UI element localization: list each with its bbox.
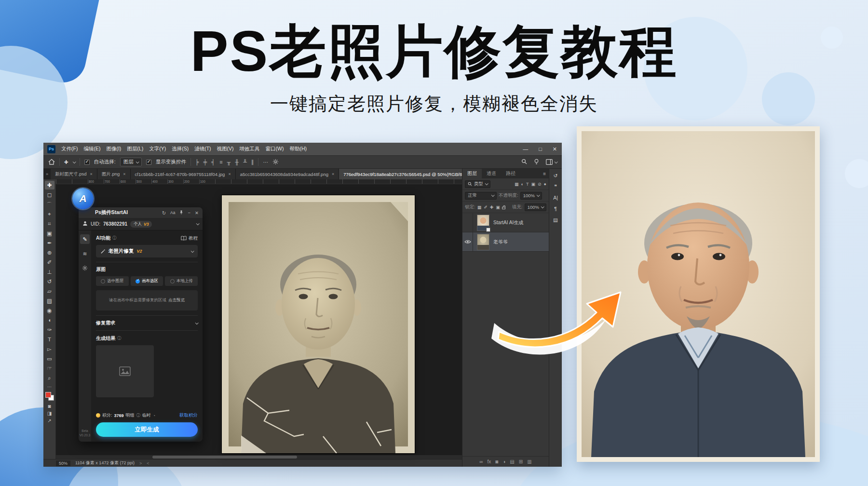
sidebar-edit-icon[interactable]: ✎ bbox=[80, 234, 90, 244]
menu-item[interactable]: 编辑(E) bbox=[83, 146, 100, 152]
discover-lightbulb-icon[interactable] bbox=[534, 159, 539, 166]
panel-tab[interactable]: 图层 bbox=[462, 169, 482, 178]
lock-all-icon[interactable] bbox=[502, 207, 505, 209]
foreground-color-swatch[interactable] bbox=[45, 392, 51, 398]
panel-tab[interactable]: 路径 bbox=[501, 169, 520, 178]
tool-button[interactable]: ✐ bbox=[45, 258, 54, 267]
tool-button[interactable]: ⌗ bbox=[45, 219, 54, 228]
toolbar-bottom-icon[interactable]: ◙ bbox=[48, 404, 51, 409]
tool-button[interactable]: ▨ bbox=[45, 297, 54, 305]
minimize-icon[interactable]: − bbox=[188, 210, 190, 216]
tool-button[interactable]: ▻ bbox=[45, 345, 54, 353]
pin-icon[interactable] bbox=[179, 210, 183, 216]
document-tab[interactable]: cf1c5b6b-218f-4c67-870b-969755118f04.jpg… bbox=[131, 169, 236, 179]
account-row[interactable]: UID: 763802291 个人 V3 bbox=[79, 218, 203, 230]
layer-thumbnail[interactable] bbox=[477, 215, 489, 231]
generate-button[interactable]: 立即生成 bbox=[96, 422, 198, 437]
tab-overflow-left-icon[interactable]: » bbox=[43, 169, 51, 179]
document-tab[interactable]: 776edf943ec9f18a8eab27c376c56545.psd @ 5… bbox=[339, 169, 462, 179]
collapsed-panel-icon[interactable]: ▤ bbox=[553, 217, 558, 223]
zoom-level[interactable]: 50% bbox=[56, 460, 70, 466]
menu-item[interactable]: 视图(V) bbox=[217, 146, 234, 152]
panel-menu-icon[interactable]: ≡ bbox=[543, 169, 549, 178]
tool-button[interactable]: ⊥ bbox=[45, 268, 54, 276]
font-size-icon[interactable]: Aa bbox=[170, 210, 175, 215]
filter-kind-icon[interactable]: ▦ bbox=[515, 182, 519, 187]
info-icon[interactable]: ⓘ bbox=[117, 336, 122, 341]
feature-dropdown[interactable]: 老照片修复 V2 bbox=[96, 245, 198, 257]
lock-option-icon[interactable]: ✐ bbox=[484, 205, 488, 210]
visibility-toggle[interactable] bbox=[462, 232, 473, 251]
tool-button[interactable]: T bbox=[45, 335, 54, 344]
filter-kind-icon[interactable]: ◐ bbox=[521, 182, 524, 187]
filter-kind-icon[interactable]: ⊘ bbox=[538, 182, 542, 187]
align-icon[interactable]: ≡ bbox=[219, 159, 222, 165]
toolbar-bottom-icon[interactable]: ↗ bbox=[47, 418, 51, 423]
layer-name[interactable]: StartAI AI生成 bbox=[493, 219, 523, 226]
tab-overflow-right-icon[interactable]: » bbox=[455, 169, 462, 179]
menu-item[interactable]: 文字(Y) bbox=[149, 146, 166, 152]
tool-button[interactable]: ◉ bbox=[45, 306, 54, 315]
tab-close-icon[interactable]: × bbox=[90, 172, 93, 176]
get-credits-link[interactable]: 获取积分 bbox=[179, 412, 198, 418]
tutorial-link[interactable]: 教程 bbox=[181, 235, 198, 242]
tab-close-icon[interactable]: × bbox=[228, 172, 231, 176]
menu-item[interactable]: 滤镜(T) bbox=[194, 146, 211, 152]
home-icon[interactable] bbox=[48, 159, 55, 166]
collapsed-panel-icon[interactable]: ❞ bbox=[554, 184, 557, 189]
align-icon[interactable]: ╨ bbox=[243, 159, 247, 165]
scrollbar-thumb[interactable] bbox=[152, 456, 297, 459]
layers-action-icon[interactable]: ◙ bbox=[495, 459, 498, 464]
menu-item[interactable]: 帮助(H) bbox=[290, 146, 307, 152]
layers-action-icon[interactable]: ▥ bbox=[527, 459, 531, 464]
more-tools-icon[interactable]: ··· bbox=[47, 384, 52, 389]
layers-action-icon[interactable]: ▤ bbox=[510, 459, 514, 464]
filter-kind-icon[interactable]: ▣ bbox=[531, 182, 536, 187]
gear-icon[interactable] bbox=[272, 159, 279, 166]
source-option[interactable]: 本地上传 bbox=[165, 276, 198, 286]
blend-mode-dropdown[interactable]: 正常 bbox=[465, 192, 497, 200]
lock-option-icon[interactable]: ▣ bbox=[496, 205, 500, 210]
more-options-icon[interactable]: ··· bbox=[263, 159, 268, 165]
tool-button[interactable]: ⊕ bbox=[45, 248, 54, 257]
workspace-icon[interactable] bbox=[546, 159, 557, 165]
menu-item[interactable]: 窗口(W) bbox=[266, 146, 284, 152]
layers-action-icon[interactable]: ⊞ bbox=[519, 459, 523, 464]
align-icon[interactable]: ╞ bbox=[195, 159, 199, 165]
menu-item[interactable]: 文件(F) bbox=[61, 146, 78, 152]
layers-action-icon[interactable]: fx bbox=[487, 459, 491, 464]
collapsed-panel-icon[interactable]: ¶ bbox=[554, 206, 557, 212]
layer-row[interactable]: 老爷爷 bbox=[462, 232, 549, 252]
tool-button[interactable]: ▭ bbox=[45, 354, 54, 363]
tool-button[interactable]: ⌒ bbox=[45, 200, 54, 209]
auto-select-dropdown[interactable]: 图层 bbox=[120, 158, 142, 166]
tab-close-icon[interactable]: × bbox=[332, 172, 334, 176]
show-transform-checkbox[interactable] bbox=[146, 160, 151, 165]
layer-row[interactable]: StartAI AI生成 bbox=[462, 213, 549, 232]
layer-name[interactable]: 老爷爷 bbox=[493, 239, 508, 245]
sidebar-settings-icon[interactable] bbox=[80, 263, 90, 273]
visibility-toggle[interactable] bbox=[462, 213, 473, 232]
sidebar-layers-icon[interactable]: ≋ bbox=[80, 249, 90, 258]
credits-detail-link[interactable]: 明细 bbox=[126, 412, 135, 418]
hint-preview-action[interactable]: 点击预览 bbox=[168, 297, 185, 303]
auto-select-checkbox[interactable] bbox=[84, 160, 90, 165]
color-swatches[interactable] bbox=[45, 392, 54, 401]
tool-button[interactable]: ✑ bbox=[45, 325, 54, 334]
collapsed-panel-icon[interactable]: A| bbox=[553, 195, 558, 201]
menu-item[interactable]: 增效工具 bbox=[240, 146, 260, 152]
lock-option-icon[interactable]: ▦ bbox=[477, 205, 482, 210]
filter-kind-icon[interactable]: ● bbox=[544, 182, 546, 187]
info-icon[interactable]: ⓘ bbox=[112, 235, 117, 241]
fill-value[interactable]: 100% bbox=[525, 203, 546, 211]
collapsed-panel-icon[interactable]: ↺ bbox=[554, 173, 558, 178]
tool-button[interactable]: ✒ bbox=[45, 239, 54, 247]
plugin-header[interactable]: Ps插件StartAI ↻ Aa − ✕ bbox=[79, 207, 203, 218]
layer-thumbnail[interactable] bbox=[477, 234, 489, 250]
tool-button[interactable]: ▣ bbox=[45, 229, 54, 238]
credits-temp-link[interactable]: 临时 bbox=[142, 412, 151, 418]
tool-button[interactable]: ↺ bbox=[45, 277, 54, 286]
filter-type-dropdown[interactable]: 类型 bbox=[465, 180, 490, 188]
tab-close-icon[interactable]: × bbox=[123, 172, 125, 176]
menu-item[interactable]: 图像(I) bbox=[106, 146, 121, 152]
